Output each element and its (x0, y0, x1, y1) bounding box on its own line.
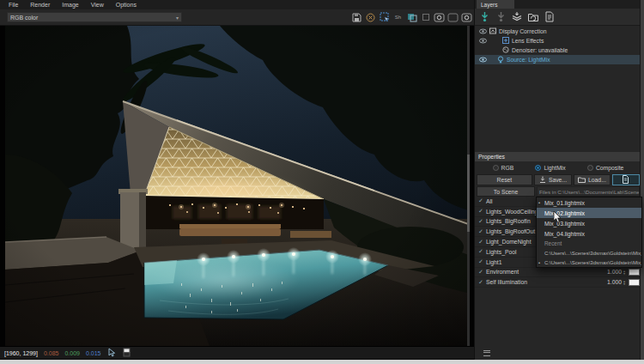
dropdown-item[interactable]: • Mix_01.lightmix (537, 197, 641, 208)
vfb-window: File Render Image View Options RGB color… (0, 0, 644, 364)
panel-menu-icon[interactable] (483, 350, 490, 356)
save-label: Save... (549, 177, 567, 183)
save-button[interactable]: Save... (534, 174, 572, 185)
to-scene-button[interactable]: To Scene (477, 186, 535, 197)
display-correction-icon (489, 27, 496, 35)
dropdown-item-label: Mix_01.lightmix (544, 200, 585, 206)
spinner-stepper[interactable]: ▴ ▾ (623, 270, 628, 275)
radio-composite[interactable]: Composite (587, 165, 624, 171)
light-color-swatch[interactable] (629, 269, 640, 276)
light-name: Light_DomeNight (486, 239, 532, 245)
light-name: Light1 (486, 259, 502, 265)
lightmix-bulb-icon (497, 56, 504, 64)
spinner-stepper[interactable]: ▴ ▾ (623, 280, 628, 285)
checkbox-checked-icon[interactable]: ✓ (478, 279, 486, 286)
layer-label: Source: LightMix (507, 57, 550, 63)
light-multiplier-value[interactable]: 1.000 (607, 269, 622, 275)
light-row[interactable]: ✓ Environment 1.000 ▴ ▾ (475, 268, 641, 278)
reset-label: Reset (496, 177, 512, 183)
clear-image-icon[interactable] (365, 11, 376, 23)
rendered-image (5, 26, 469, 346)
light-name: Lights_BigRoofOut (486, 228, 535, 234)
load-button[interactable]: Load... (574, 174, 610, 185)
recent-path-label: C:\Users\...\Scenes\3dsmax\Goldstein\Mix… (544, 260, 641, 265)
channel-select-value: RGB color (10, 15, 38, 21)
mouse-cursor-icon (553, 210, 562, 227)
checkbox-checked-icon[interactable]: ✓ (478, 208, 486, 215)
load-layers-icon[interactable] (511, 10, 523, 23)
load-label: Load... (588, 177, 606, 183)
menu-file[interactable]: File (9, 2, 18, 8)
folder-icon (578, 176, 586, 184)
visibility-eye-icon[interactable] (478, 28, 487, 34)
radio-rgb[interactable]: RGB (493, 165, 514, 171)
history-a-icon[interactable] (447, 11, 459, 23)
add-layer-icon[interactable] (478, 10, 490, 23)
spinner-down-icon[interactable]: ▾ (623, 272, 628, 275)
checkbox-checked-icon[interactable]: ✓ (478, 258, 486, 265)
save-image-icon[interactable] (351, 11, 362, 23)
checkbox-checked-icon[interactable]: ✓ (478, 269, 486, 276)
red-value: 0.085 (44, 350, 59, 356)
dropdown-item-label: Mix_03.lightmix (544, 221, 585, 227)
color-swatch-icon[interactable] (123, 348, 131, 358)
checkbox-checked-icon[interactable]: ✓ (478, 197, 486, 204)
blue-value: 0.015 (86, 350, 101, 356)
layer-row-display-correction[interactable]: Display Correction (475, 27, 641, 36)
reset-button[interactable]: Reset (477, 174, 532, 185)
statusbar: [1960, 1299] 0.085 0.009 0.015 (0, 346, 477, 359)
radio-dot (587, 165, 593, 171)
render-viewport[interactable] (0, 26, 477, 346)
duplicate-buffer-icon[interactable] (420, 11, 431, 23)
checkbox-checked-icon[interactable]: ✓ (478, 228, 486, 235)
layers-panel: Layers (474, 0, 641, 360)
refresh-layers-icon[interactable] (527, 10, 539, 23)
region-render-icon[interactable] (379, 11, 390, 23)
history-save-icon[interactable] (434, 11, 445, 23)
light-color-swatch[interactable] (629, 279, 640, 286)
layer-row-denoiser[interactable]: Denoiser: unavailable (475, 46, 641, 55)
channel-select[interactable]: RGB color ▾ (7, 12, 182, 22)
layer-label: Denoiser: unavailable (512, 47, 568, 53)
window-scrollbar[interactable] (640, 0, 644, 360)
add-layer-disabled-icon (495, 10, 507, 23)
file-icon (622, 175, 629, 185)
dropdown-item[interactable]: Mix_04.lightmix (537, 228, 641, 239)
menu-image[interactable]: Image (62, 2, 78, 8)
document-icon[interactable] (544, 10, 556, 23)
menu-view[interactable]: View (91, 2, 104, 8)
menu-render[interactable]: Render (30, 2, 50, 8)
spinner-down-icon[interactable]: ▾ (623, 282, 628, 285)
save-download-icon (539, 176, 546, 185)
current-file-marker-icon: • (538, 260, 540, 265)
lightmix-file-menu-button[interactable] (612, 174, 640, 185)
pixel-picker-icon[interactable] (107, 348, 117, 358)
menu-options[interactable]: Options (116, 2, 137, 8)
checkbox-checked-icon[interactable]: ✓ (478, 248, 486, 255)
dropdown-recent-item[interactable]: C:\Users\...\Scenes\3dsmax\Goldstein\Mix… (537, 248, 641, 258)
mode-radio-group: RGB LightMix Composite (475, 161, 641, 173)
lightmix-file-info: Files in C:\Users\...\Documents\Lab\Scen… (537, 186, 640, 197)
checkbox-checked-icon[interactable]: ✓ (478, 239, 486, 246)
checkbox-checked-icon[interactable]: ✓ (478, 218, 486, 225)
light-name: Lights_BigRoofIn (486, 218, 531, 224)
stamp-icon[interactable]: Sh (392, 11, 404, 23)
viewport-scrollbar-thumb[interactable] (467, 155, 470, 232)
layer-row-lens-effects[interactable]: Lens Effects (475, 36, 641, 46)
denoiser-icon (502, 46, 509, 54)
tab-layers[interactable]: Layers (477, 0, 514, 9)
menubar: File Render Image View Options (0, 0, 477, 9)
light-multiplier-value[interactable]: 1.000 (607, 279, 622, 285)
dropdown-item-label: Mix_02.lightmix (544, 210, 585, 216)
dropdown-recent-item[interactable]: • C:\Users\...\Scenes\3dsmax\Goldstein\M… (537, 258, 641, 267)
panel-toolbar (475, 9, 641, 26)
visibility-eye-icon[interactable] (478, 38, 487, 44)
compare-buffers-icon[interactable] (406, 11, 417, 23)
history-b-icon[interactable] (461, 11, 472, 23)
layer-row-source-lightmix[interactable]: Source: LightMix (475, 55, 641, 64)
layer-label: Lens Effects (512, 38, 544, 44)
radio-lightmix[interactable]: LightMix (535, 165, 565, 171)
radio-label: Composite (596, 165, 624, 171)
visibility-eye-icon[interactable] (478, 57, 487, 63)
light-row[interactable]: ✓ Self Illumination 1.000 ▴ ▾ (475, 277, 641, 288)
